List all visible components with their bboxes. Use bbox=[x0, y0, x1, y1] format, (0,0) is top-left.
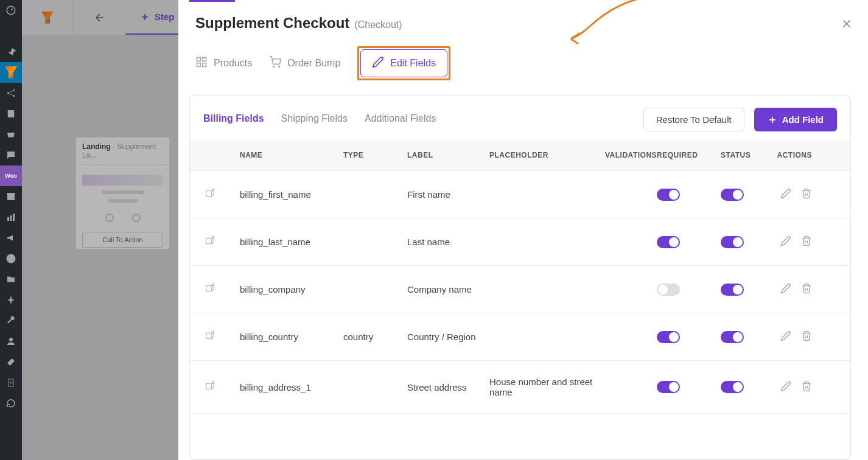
svg-rect-23 bbox=[206, 383, 212, 389]
svg-rect-13 bbox=[197, 58, 201, 61]
plus-icon bbox=[768, 115, 777, 125]
admin-sidebar-user[interactable] bbox=[0, 331, 22, 352]
admin-sidebar-chart[interactable] bbox=[0, 207, 22, 228]
subtab-additional[interactable]: Additional Fields bbox=[365, 113, 436, 127]
cell-label: Country / Region bbox=[407, 332, 489, 342]
admin-sidebar-share[interactable] bbox=[0, 83, 22, 103]
delete-row-button[interactable] bbox=[801, 235, 812, 248]
tab-order-bump[interactable]: Order Bump bbox=[269, 51, 340, 75]
cell-label: Last name bbox=[407, 237, 489, 247]
row-actions bbox=[760, 283, 812, 296]
status-toggle[interactable] bbox=[721, 236, 744, 248]
required-toggle[interactable] bbox=[657, 381, 680, 393]
required-toggle[interactable] bbox=[657, 284, 680, 296]
svg-point-10 bbox=[7, 254, 16, 263]
funnel-icon bbox=[5, 66, 17, 78]
drag-handle[interactable] bbox=[203, 329, 240, 344]
drag-handle[interactable] bbox=[203, 234, 240, 249]
admin-sidebar-megaphone[interactable] bbox=[0, 228, 22, 248]
admin-sidebar-brush[interactable] bbox=[0, 21, 22, 41]
delete-row-button[interactable] bbox=[801, 381, 812, 394]
table-row: billing_address_1Street addressHouse num… bbox=[190, 361, 850, 414]
admin-sidebar-refresh[interactable] bbox=[0, 393, 22, 414]
required-toggle[interactable] bbox=[657, 236, 680, 248]
table-row: billing_companyCompany name bbox=[190, 266, 850, 313]
cell-name: billing_company bbox=[240, 284, 343, 294]
subtab-shipping[interactable]: Shipping Fields bbox=[281, 113, 348, 127]
drag-handle[interactable] bbox=[203, 187, 240, 202]
cell-placeholder: House number and street name bbox=[489, 377, 605, 397]
svg-rect-22 bbox=[206, 333, 212, 338]
tab-products-label: Products bbox=[214, 58, 252, 69]
grid-icon bbox=[195, 56, 208, 71]
edit-row-button[interactable] bbox=[780, 235, 791, 248]
annotation-highlight-box: Edit Fields bbox=[357, 46, 450, 80]
svg-point-1 bbox=[7, 92, 9, 94]
th-type: TYPE bbox=[343, 151, 407, 159]
svg-point-3 bbox=[13, 95, 15, 97]
table-body: billing_first_nameFirst namebilling_last… bbox=[190, 171, 850, 459]
th-label: LABEL bbox=[407, 151, 489, 159]
close-button[interactable] bbox=[840, 17, 853, 33]
close-icon bbox=[840, 17, 853, 30]
pencil-icon bbox=[372, 56, 384, 71]
row-actions bbox=[760, 188, 812, 201]
table-header: NAME TYPE LABEL PLACEHOLDER VALIDATIONS … bbox=[190, 140, 850, 171]
required-toggle[interactable] bbox=[657, 189, 680, 201]
svg-rect-7 bbox=[7, 217, 9, 221]
th-required: REQUIRED bbox=[657, 151, 721, 159]
admin-sidebar-folder[interactable] bbox=[0, 269, 22, 290]
subtab-billing[interactable]: Billing Fields bbox=[203, 113, 264, 127]
status-toggle[interactable] bbox=[721, 284, 744, 296]
edit-row-button[interactable] bbox=[780, 330, 791, 343]
svg-point-18 bbox=[279, 66, 280, 68]
admin-sidebar-import[interactable] bbox=[0, 372, 22, 393]
svg-rect-19 bbox=[206, 190, 212, 196]
svg-point-17 bbox=[273, 66, 275, 68]
delete-row-button[interactable] bbox=[801, 188, 812, 201]
admin-sidebar-store[interactable] bbox=[0, 124, 22, 145]
row-actions bbox=[760, 235, 812, 248]
delete-row-button[interactable] bbox=[801, 330, 812, 343]
status-toggle[interactable] bbox=[721, 331, 744, 343]
admin-sidebar-chat[interactable] bbox=[0, 145, 22, 166]
svg-rect-4 bbox=[8, 110, 15, 117]
admin-sidebar-woo[interactable]: Woo bbox=[0, 166, 22, 186]
wp-admin-sidebar: Woo bbox=[0, 0, 22, 460]
admin-sidebar-book[interactable] bbox=[0, 103, 22, 124]
required-toggle[interactable] bbox=[657, 331, 680, 343]
admin-sidebar-dashboard[interactable] bbox=[0, 0, 22, 21]
delete-row-button[interactable] bbox=[801, 283, 812, 296]
admin-sidebar-funnel[interactable] bbox=[0, 62, 22, 83]
cell-label: Company name bbox=[407, 284, 489, 294]
tab-edit-fields[interactable]: Edit Fields bbox=[360, 49, 447, 77]
restore-default-button[interactable]: Restore To Default bbox=[643, 108, 744, 131]
top-tabs: Products Order Bump Edit Fields bbox=[178, 44, 868, 95]
svg-rect-14 bbox=[203, 58, 206, 61]
admin-sidebar-tool[interactable] bbox=[0, 352, 22, 372]
tab-products[interactable]: Products bbox=[195, 51, 252, 75]
admin-sidebar-wrench[interactable] bbox=[0, 310, 22, 331]
svg-point-11 bbox=[9, 338, 13, 341]
svg-point-2 bbox=[13, 89, 15, 91]
panel-title: Supplement Checkout bbox=[195, 15, 349, 32]
th-name: NAME bbox=[240, 151, 343, 159]
sub-tabs-row: Billing Fields Shipping Fields Additiona… bbox=[190, 96, 850, 140]
cell-name: billing_last_name bbox=[240, 237, 343, 247]
admin-sidebar-pin[interactable] bbox=[0, 41, 22, 62]
admin-sidebar-archive[interactable] bbox=[0, 186, 22, 207]
admin-sidebar-pin2[interactable] bbox=[0, 290, 22, 310]
cart-icon bbox=[269, 56, 281, 71]
add-field-button[interactable]: Add Field bbox=[754, 108, 837, 131]
edit-row-button[interactable] bbox=[780, 381, 791, 394]
edit-row-button[interactable] bbox=[780, 188, 791, 201]
status-toggle[interactable] bbox=[721, 189, 744, 201]
drag-handle[interactable] bbox=[203, 282, 240, 297]
sub-tabs: Billing Fields Shipping Fields Additiona… bbox=[203, 113, 436, 127]
edit-row-button[interactable] bbox=[780, 283, 791, 296]
status-toggle[interactable] bbox=[721, 381, 744, 393]
tab-order-bump-label: Order Bump bbox=[287, 58, 340, 69]
th-validations: VALIDATIONS bbox=[605, 151, 657, 159]
drag-handle[interactable] bbox=[203, 380, 240, 395]
admin-sidebar-elementor[interactable] bbox=[0, 248, 22, 269]
